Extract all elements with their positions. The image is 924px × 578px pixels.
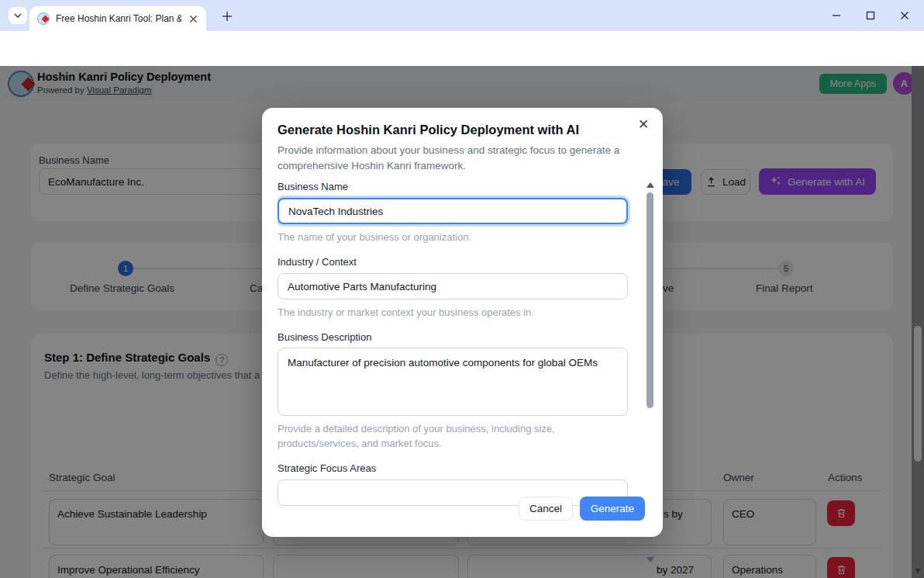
screen: Free Hoshin Kanri Tool: Plan & E ai-tool… — [0, 0, 924, 578]
business-name-help: The name of your business or organizatio… — [278, 230, 630, 244]
chevron-down-icon — [13, 11, 22, 20]
cancel-button[interactable]: Cancel — [519, 497, 573, 521]
business-name-label: Business Name — [278, 181, 630, 192]
business-description-help: Provide a detailed description of your b… — [278, 422, 630, 450]
plus-icon — [222, 11, 233, 22]
industry-label: Industry / Context — [278, 256, 630, 268]
modal-scrollbar-thumb[interactable] — [646, 192, 653, 408]
tab-search-button[interactable] — [9, 7, 27, 24]
browser-titlebar: Free Hoshin Kanri Tool: Plan & E — [0, 0, 924, 31]
visual-paradigm-favicon-icon — [37, 12, 50, 25]
tab-title: Free Hoshin Kanri Tool: Plan & E — [56, 13, 181, 24]
modal-title: Generate Hoshin Kanri Policy Deployment … — [278, 123, 579, 137]
scroll-down-arrow-icon[interactable] — [646, 557, 654, 562]
modal-footer: Cancel Generate — [519, 497, 645, 521]
industry-help: The industry or market context your busi… — [278, 306, 630, 320]
maximize-button[interactable] — [865, 10, 876, 21]
window-controls — [831, 0, 918, 31]
business-description-label: Business Description — [278, 331, 630, 343]
generate-ai-modal: ✕ Generate Hoshin Kanri Policy Deploymen… — [262, 108, 663, 537]
generate-button[interactable]: Generate — [580, 497, 645, 521]
new-tab-button[interactable] — [217, 9, 237, 24]
focus-areas-label: Strategic Focus Areas — [278, 462, 630, 474]
scroll-up-arrow-icon[interactable] — [646, 182, 654, 188]
business-description-textarea[interactable]: Manufacturer of precision automotive com… — [278, 348, 628, 416]
industry-input[interactable] — [278, 273, 628, 299]
modal-close-icon[interactable]: ✕ — [636, 116, 651, 132]
tab-close-icon[interactable] — [186, 12, 200, 26]
modal-subtitle: Provide information about your business … — [278, 143, 630, 173]
browser-tab[interactable]: Free Hoshin Kanri Tool: Plan & E — [29, 6, 206, 31]
minimize-button[interactable] — [831, 10, 842, 21]
browser-toolbar: ai-toolbox.visual-paradigm.com/app/hoshi… — [0, 31, 924, 66]
modal-business-name-input[interactable] — [278, 198, 628, 224]
close-button[interactable] — [899, 10, 910, 21]
modal-scrollbar[interactable] — [645, 182, 655, 562]
